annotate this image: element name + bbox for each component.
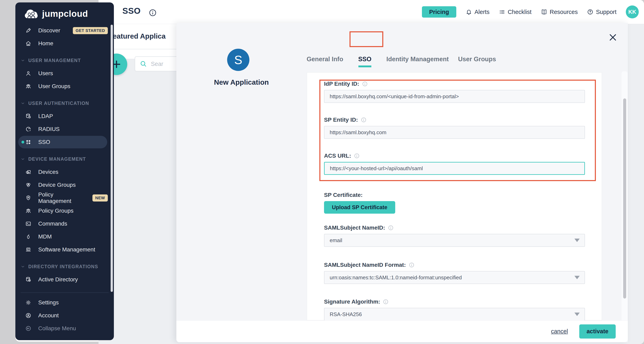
activate-button[interactable]: activate — [579, 325, 616, 339]
field-label: SAMLSubject NameID Format: — [324, 262, 585, 268]
active-dot — [22, 141, 24, 143]
pricing-button[interactable]: Pricing — [422, 6, 456, 17]
sidebar-item-label: User Groups — [38, 83, 70, 89]
select-input[interactable]: urn:oasis:names:tc:SAML:1.0:nameid-forma… — [324, 271, 585, 284]
caret-down-icon — [574, 239, 580, 242]
sidebar-item-discover[interactable]: DiscoverGET STARTED — [15, 24, 114, 37]
logo-wordmark: jumpcloud — [42, 9, 88, 19]
sidebar-item-device-groups[interactable]: Device Groups — [15, 178, 114, 191]
caret-down-icon — [574, 276, 580, 279]
topnav: PricingAlertsChecklistResourcesSupportKK — [422, 0, 639, 24]
page-title: SSO — [122, 6, 140, 16]
sidebar-item-policy-management[interactable]: Policy ManagementNEW — [15, 191, 114, 204]
chevron-down-icon — [21, 264, 25, 269]
terminal-icon — [25, 221, 31, 227]
field-row-idp-entity-id: IdP Entity ID:https://saml.boxyhq.com/<u… — [324, 81, 585, 103]
tab-label: General Info — [307, 55, 343, 63]
grid-icon — [25, 139, 31, 145]
jumpcloud-logo[interactable]: jumpcloud — [23, 8, 88, 19]
topnav-label: Alerts — [474, 9, 490, 15]
text-input[interactable]: https://saml.boxyhq.com/<unique-id-from-… — [324, 90, 585, 103]
sidebar-item-devices[interactable]: Devices — [15, 166, 114, 178]
application-drawer: S New Application General InfoSSOIdentit… — [176, 23, 628, 342]
sidebar-item-policy-groups[interactable]: Policy Groups — [15, 204, 114, 217]
sidebar-item-collapse-menu[interactable]: Collapse Menu — [15, 322, 114, 335]
topbar: SSO PricingAlertsChecklistResourcesSuppo… — [98, 0, 644, 24]
sidebar-section-user-authentication[interactable]: USER AUTHENTICATION — [15, 99, 114, 108]
sidebar-item-commands[interactable]: Commands — [15, 217, 114, 230]
modal-scrollbar-thumb[interactable] — [623, 98, 626, 299]
screenshot-root: SSO PricingAlertsChecklistResourcesSuppo… — [0, 0, 644, 344]
sidebar-section-user-management[interactable]: USER MANAGEMENT — [15, 56, 114, 65]
chevron-down-icon — [21, 58, 25, 63]
sidebar-item-sso[interactable]: SSO — [15, 136, 114, 149]
gauge-icon — [25, 126, 31, 132]
field-row-sp-certificate: SP Certificate:Upload SP Certificate — [324, 192, 585, 214]
user-avatar[interactable]: KK — [626, 5, 639, 18]
users-icon — [25, 208, 31, 214]
sidebar-scrollbar[interactable] — [111, 25, 113, 292]
select-input[interactable]: email — [324, 234, 585, 247]
topnav-alerts[interactable]: Alerts — [466, 9, 490, 15]
tab-sso[interactable]: SSO — [358, 53, 372, 66]
sidebar-item-active-directory[interactable]: Active Directory — [15, 273, 114, 286]
sidebar-item-settings[interactable]: Settings — [15, 296, 114, 309]
sidebar-item-user-groups[interactable]: User Groups — [15, 80, 114, 93]
sidebar-item-account[interactable]: Account — [15, 309, 114, 322]
caret-down-icon — [574, 313, 580, 316]
search-placeholder: Sear — [151, 61, 163, 67]
sidebar-section-device-management[interactable]: DEVICE MANAGEMENT — [15, 155, 114, 164]
drawer-footer: cancel activate — [176, 320, 628, 342]
database-windows-icon — [25, 277, 31, 283]
field-label-text: Signature Algorithm: — [324, 299, 380, 305]
sidebar-item-home[interactable]: Home — [15, 37, 114, 50]
policy-icon — [25, 195, 31, 201]
text-input[interactable]: https://<your-hosted-url>/api/oauth/saml — [324, 162, 585, 175]
chevron-down-icon — [21, 101, 25, 105]
application-avatar: S — [227, 49, 250, 71]
tab-label: SSO — [358, 55, 371, 63]
sidebar-section-directory-integrations[interactable]: DIRECTORY INTEGRATIONS — [15, 262, 114, 271]
select-input[interactable]: RSA-SHA256 — [324, 308, 585, 321]
info-icon[interactable] — [149, 9, 157, 17]
section-label: DIRECTORY INTEGRATIONS — [28, 264, 98, 269]
sidebar-item-radius[interactable]: RADIUS — [15, 123, 114, 136]
select-value: urn:oasis:names:tc:SAML:1.0:nameid-forma… — [330, 275, 462, 281]
sidebar-item-label: SSO — [38, 139, 50, 145]
upload-sp-certificate-button[interactable]: Upload SP Certificate — [324, 201, 395, 214]
sidebar-item-users[interactable]: Users — [15, 67, 114, 80]
text-input[interactable]: https://saml.boxyhq.com — [324, 126, 585, 139]
topnav-checklist[interactable]: Checklist — [499, 9, 532, 15]
sidebar-nav: DiscoverGET STARTEDHomeUSER MANAGEMENTUs… — [15, 24, 114, 335]
sso-config-panel: IdP Entity ID:https://saml.boxyhq.com/<u… — [307, 72, 602, 320]
topnav-label: Pricing — [429, 9, 449, 15]
field-label-text: SP Entity ID: — [324, 117, 358, 123]
sidebar-item-ldap[interactable]: LDAP — [15, 110, 114, 123]
tab-identity-management[interactable]: Identity Management — [386, 53, 449, 66]
close-icon[interactable] — [608, 32, 618, 43]
modal-scrollbar-track[interactable] — [622, 71, 628, 320]
sidebar-item-label: Policy Management — [38, 191, 86, 204]
active-tab-underline — [358, 65, 371, 67]
sidebar-item-label: LDAP — [38, 113, 53, 119]
sidebar-badge: NEW — [92, 194, 108, 202]
topnav-support[interactable]: Support — [587, 9, 616, 15]
field-label-text: SAMLSubject NameID Format: — [324, 262, 406, 268]
sidebar-item-software-management[interactable]: Software Management — [15, 243, 114, 256]
cancel-button[interactable]: cancel — [551, 328, 568, 335]
topnav-resources[interactable]: Resources — [541, 9, 578, 15]
field-label: ACS URL: — [324, 153, 585, 159]
tab-user-groups[interactable]: User Groups — [458, 53, 496, 66]
apple-icon — [25, 234, 31, 240]
sidebar-item-label: Users — [38, 70, 53, 77]
user-icon — [25, 70, 31, 76]
users-icon — [25, 83, 31, 89]
checklist-icon — [499, 9, 505, 15]
sidebar: jumpcloud DiscoverGET STARTEDHomeUSER MA… — [15, 2, 114, 340]
collapse-icon — [25, 326, 31, 332]
tab-general-info[interactable]: General Info — [306, 53, 344, 66]
sidebar-item-mdm[interactable]: MDM — [15, 230, 114, 243]
input-value: https://<your-hosted-url>/api/oauth/saml — [330, 165, 423, 172]
rocket-icon — [25, 27, 31, 33]
bell-icon — [466, 9, 472, 15]
